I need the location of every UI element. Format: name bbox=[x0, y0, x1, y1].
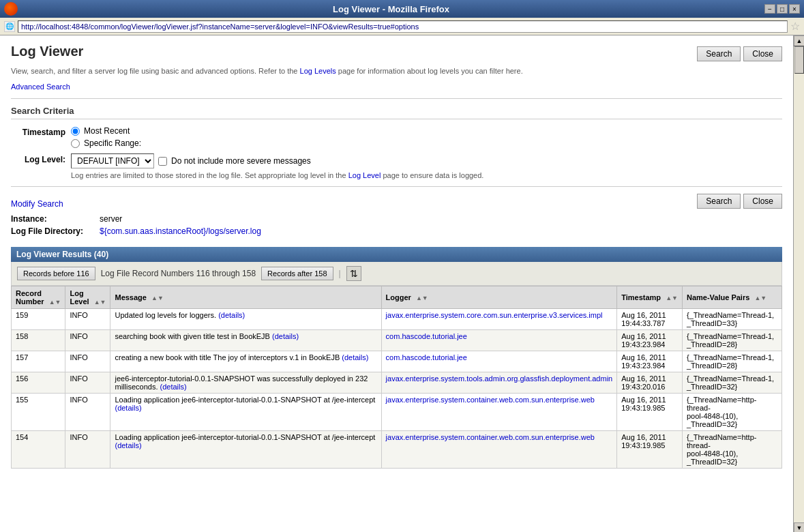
exclude-severe-checkbox[interactable] bbox=[158, 157, 167, 166]
cell-timestamp: Aug 16, 201119:43:23.984 bbox=[617, 351, 683, 372]
search-button-top[interactable]: Search bbox=[697, 46, 741, 61]
table-row: 154 INFO Loading application jee6-interc… bbox=[12, 431, 782, 469]
restore-button[interactable]: □ bbox=[777, 4, 788, 14]
results-table: RecordNumber ▲▼ LogLevel ▲▼ Message ▲▼ L… bbox=[11, 286, 782, 469]
close-button-top[interactable]: Close bbox=[743, 46, 782, 61]
content-area: Log Viewer Search Close View, search, an… bbox=[0, 35, 793, 532]
logger-link[interactable]: javax.enterprise.system.tools.admin.org.… bbox=[386, 374, 613, 383]
cell-level: INFO bbox=[65, 372, 110, 394]
message-text: Loading application jee6-interceptor-tut… bbox=[115, 433, 375, 441]
logger-link[interactable]: javax.enterprise.system.container.web.co… bbox=[386, 396, 595, 404]
specific-range-radio[interactable] bbox=[71, 139, 80, 148]
log-level-page-link[interactable]: Log Level bbox=[348, 171, 381, 179]
cell-record: 155 bbox=[12, 394, 65, 431]
col-timestamp: Timestamp ▲▼ bbox=[617, 286, 683, 309]
cell-record: 156 bbox=[12, 372, 65, 394]
scroll-down-button[interactable]: ▼ bbox=[794, 522, 804, 532]
message-details-link[interactable]: (details) bbox=[218, 311, 245, 319]
log-dir-label: Log File Directory: bbox=[11, 226, 100, 236]
nav-text: Log File Record Numbers 116 through 158 bbox=[101, 269, 256, 278]
cell-name-value: {_ThreadName=Thread-1,_ThreadID=28} bbox=[682, 351, 781, 372]
timestamp-value: Most Recent Specific Range: bbox=[71, 126, 782, 148]
cell-record: 159 bbox=[12, 309, 65, 330]
most-recent-radio[interactable] bbox=[71, 127, 80, 136]
log-dir-value[interactable]: ${com.sun.aas.instanceRoot}/logs/server.… bbox=[100, 226, 261, 236]
table-row: 157 INFO creating a new book with title … bbox=[12, 351, 782, 372]
logger-link[interactable]: com.hascode.tutorial.jee bbox=[386, 353, 467, 361]
bookmark-star-icon[interactable]: ☆ bbox=[790, 20, 800, 33]
message-text: searching book with given title test in … bbox=[115, 332, 269, 340]
cell-name-value: {_ThreadName=Thread-1,_ThreadID=32} bbox=[682, 372, 781, 394]
cell-logger: com.hascode.tutorial.jee bbox=[381, 330, 617, 351]
cell-message: Loading application jee6-interceptor-tut… bbox=[110, 394, 381, 431]
cell-timestamp: Aug 16, 201119:44:33.787 bbox=[617, 309, 683, 330]
close-button-bottom[interactable]: Close bbox=[743, 194, 782, 209]
message-details-link[interactable]: (details) bbox=[115, 441, 141, 449]
log-levels-link[interactable]: Log Levels bbox=[300, 67, 336, 75]
log-level-select[interactable]: DEFAULT [INFO] SEVERE WARNING INFO CONFI… bbox=[71, 153, 154, 168]
cell-name-value: {_ThreadName=Thread-1,_ThreadID=33} bbox=[682, 309, 781, 330]
specific-range-label: Specific Range: bbox=[84, 138, 141, 148]
timestamp-row: Timestamp Most Recent Specific Range: bbox=[11, 126, 782, 148]
cell-timestamp: Aug 16, 201119:43:19.985 bbox=[617, 394, 683, 431]
firefox-icon bbox=[4, 2, 18, 16]
message-text: creating a new book with title The joy o… bbox=[115, 353, 340, 361]
page-icon: 🌐 bbox=[4, 21, 15, 32]
message-details-link[interactable]: (details) bbox=[115, 404, 141, 412]
cell-message: Loading application jee6-interceptor-tut… bbox=[110, 431, 381, 469]
window-close-button[interactable]: × bbox=[789, 4, 800, 14]
col-log-level: LogLevel ▲▼ bbox=[65, 286, 110, 309]
minimize-button[interactable]: − bbox=[764, 4, 775, 14]
col-record-number: RecordNumber ▲▼ bbox=[12, 286, 65, 309]
message-text: jee6-interceptor-tutorial-0.0.1-SNAPSHOT… bbox=[115, 374, 368, 391]
search-button-bottom[interactable]: Search bbox=[697, 194, 741, 209]
cell-level: INFO bbox=[65, 351, 110, 372]
page-description: View, search, and filter a server log fi… bbox=[11, 66, 782, 76]
logger-link[interactable]: javax.enterprise.system.container.web.co… bbox=[386, 433, 595, 441]
instance-value: server bbox=[100, 214, 122, 224]
log-level-row: Log Level: DEFAULT [INFO] SEVERE WARNING… bbox=[11, 153, 782, 179]
modify-search-link[interactable]: Modify Search bbox=[11, 199, 63, 209]
divider-1 bbox=[11, 98, 782, 99]
scroll-up-button[interactable]: ▲ bbox=[794, 35, 804, 46]
titlebar: Log Viewer - Mozilla Firefox − □ × bbox=[0, 0, 804, 18]
records-after-button[interactable]: Records after 158 bbox=[261, 267, 333, 280]
timestamp-label: Timestamp bbox=[11, 126, 65, 137]
scroll-track[interactable] bbox=[794, 46, 804, 522]
cell-level: INFO bbox=[65, 309, 110, 330]
cell-logger: javax.enterprise.system.container.web.co… bbox=[381, 431, 617, 469]
cell-message: Updated log levels for loggers. (details… bbox=[110, 309, 381, 330]
separator: | bbox=[339, 269, 341, 278]
scroll-thumb[interactable] bbox=[794, 46, 804, 74]
most-recent-radio-item: Most Recent bbox=[71, 126, 782, 136]
table-row: 158 INFO searching book with given title… bbox=[12, 330, 782, 351]
cell-logger: javax.enterprise.system.tools.admin.org.… bbox=[381, 372, 617, 394]
scrollbar[interactable]: ▲ ▼ bbox=[793, 35, 804, 532]
records-before-button[interactable]: Records before 116 bbox=[17, 267, 95, 280]
message-text: Updated log levels for loggers. bbox=[115, 311, 216, 319]
address-bar: 🌐 ☆ bbox=[0, 18, 804, 35]
message-details-link[interactable]: (details) bbox=[342, 353, 368, 361]
cell-logger: com.hascode.tutorial.jee bbox=[381, 351, 617, 372]
col-message: Message ▲▼ bbox=[110, 286, 381, 309]
section-title: Search Criteria bbox=[11, 106, 782, 119]
advanced-search-link[interactable]: Advanced Search bbox=[11, 83, 70, 91]
col-name-value: Name-Value Pairs ▲▼ bbox=[682, 286, 781, 309]
cell-record: 158 bbox=[12, 330, 65, 351]
instance-label: Instance: bbox=[11, 214, 100, 224]
log-level-value: DEFAULT [INFO] SEVERE WARNING INFO CONFI… bbox=[71, 153, 782, 179]
sort-order-button[interactable]: ⇅ bbox=[346, 266, 361, 281]
specific-range-radio-item: Specific Range: bbox=[71, 138, 782, 148]
address-input[interactable] bbox=[18, 20, 788, 33]
instance-info: Instance: server Log File Directory: ${c… bbox=[11, 214, 782, 236]
logger-link[interactable]: com.hascode.tutorial.jee bbox=[386, 332, 467, 340]
message-details-link[interactable]: (details) bbox=[160, 383, 187, 391]
message-details-link[interactable]: (details) bbox=[272, 332, 299, 340]
window-title: Log Viewer - Mozilla Firefox bbox=[18, 4, 764, 14]
log-level-label: Log Level: bbox=[11, 153, 65, 164]
cell-name-value: {_ThreadName=Thread-1,_ThreadID=28} bbox=[682, 330, 781, 351]
log-note: Log entries are limited to those stored … bbox=[71, 171, 782, 179]
logger-link[interactable]: javax.enterprise.system.core.com.sun.ent… bbox=[386, 311, 603, 319]
cell-name-value: {_ThreadName=http-thread-pool-4848-(10),… bbox=[682, 394, 781, 431]
cell-name-value: {_ThreadName=http-thread-pool-4848-(10),… bbox=[682, 431, 781, 469]
